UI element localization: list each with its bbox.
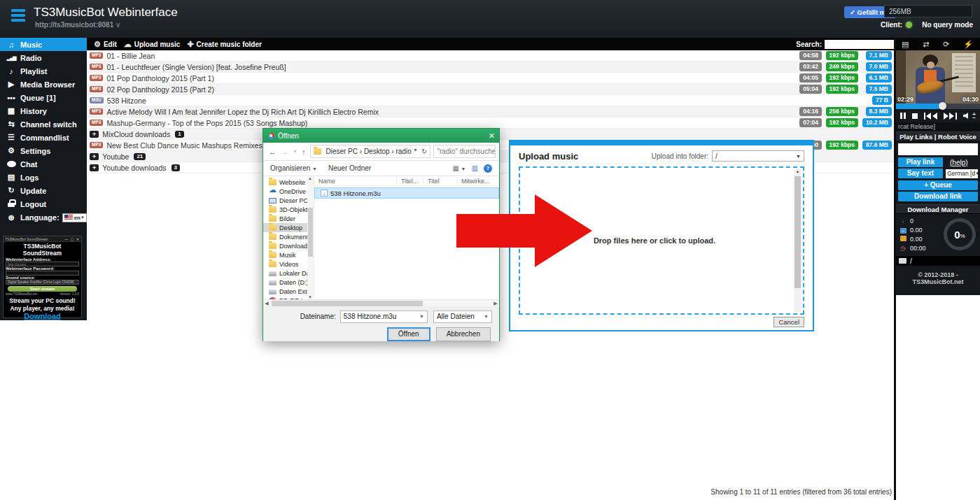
back-icon[interactable]: ← (269, 148, 276, 156)
language-select[interactable]: en ▼ (62, 213, 87, 222)
memory-input[interactable] (884, 5, 972, 17)
filename-input[interactable]: 538 Hitzone.m3u▼ (340, 310, 428, 323)
tree-scrollbar[interactable]: ▲▼ (307, 176, 314, 299)
create-music-folder-button[interactable]: ✚Create music folder (187, 40, 262, 49)
voice-language-select[interactable]: German [d▼ (946, 169, 978, 178)
abort-button[interactable]: Abbrechen (436, 327, 491, 341)
queue-list-icon[interactable]: ▤ (902, 40, 909, 49)
search-input[interactable] (825, 40, 895, 49)
add-queue-button[interactable]: + Queue (898, 180, 978, 190)
sidebar-item-radio[interactable]: ▂▄▆ Radio (0, 51, 87, 64)
tree-item-musik[interactable]: Musik (263, 250, 314, 259)
shuffle-icon[interactable]: ⇄ (923, 40, 929, 49)
volume-down[interactable]: − (972, 116, 976, 120)
lightning-icon[interactable]: ⚡ (963, 40, 973, 49)
column-header-mitwirke[interactable]: Mitwirke... (457, 176, 499, 185)
duration-badge: 04:05 (799, 73, 822, 82)
column-header-titel[interactable]: Titel... (397, 176, 424, 185)
horizontal-scrollbar[interactable]: ◀▶ (263, 299, 499, 306)
new-folder-button[interactable]: Neuer Ordner (328, 164, 371, 172)
volume-button[interactable]: +− (963, 113, 976, 120)
preview-pane-icon[interactable]: ▥ (472, 164, 478, 172)
seek-knob[interactable] (939, 102, 946, 110)
tree-item-daten-d[interactable]: Daten (D:) (263, 278, 314, 287)
soundstream-password-input[interactable] (6, 271, 79, 276)
breadcrumb[interactable]: Dieser PC › Desktop › radio ▼↻ (310, 145, 430, 158)
track-row[interactable]: MP3 02 Pop Danthology 2015 (Part 2) 05:0… (87, 84, 895, 95)
sidebar-item-channel-switch[interactable]: ⇆ Channel switch (0, 117, 87, 131)
track-type-badge: M3U (90, 97, 104, 103)
chevron-down-icon[interactable]: ▼ (413, 148, 418, 155)
sidebar-item-chat[interactable]: Chat (0, 157, 87, 171)
sidebar-item-history[interactable]: ▦ History (0, 104, 87, 117)
column-header-name[interactable]: Name (314, 176, 397, 185)
download-link[interactable]: Download (4, 312, 81, 320)
track-row[interactable]: MP3 01 - Billie Jean 04:58 192 kbps 7.1 … (87, 50, 895, 62)
sidebar-item-media-browser[interactable]: ▶ Media Browser (0, 78, 87, 91)
track-row[interactable]: M3U 538 Hitzone 77 B (87, 95, 895, 106)
edit-button[interactable]: ⚙Edit (94, 40, 117, 49)
tree-item-daten-externe-fe[interactable]: Daten Externe Fe (263, 287, 314, 296)
close-icon[interactable]: ✕ (489, 131, 495, 141)
sidebar-item-queue-1[interactable]: ••• Queue [1] (0, 91, 87, 104)
next-button[interactable] (944, 113, 957, 120)
tree-item-lokaler-datentr[interactable]: Lokaler Datenträ (263, 269, 314, 278)
menu-icon[interactable] (11, 9, 25, 22)
previous-button[interactable] (924, 113, 937, 120)
pause-button[interactable] (900, 113, 906, 119)
upload-folder-select[interactable]: / ▼ (712, 150, 804, 162)
view-options-icon[interactable]: ▦ ▼ (452, 164, 465, 172)
server-url[interactable]: http://ts3musicbot:8081 ∨ (35, 21, 120, 29)
open-button[interactable]: Öffnen (387, 327, 430, 341)
tree-item-bilder[interactable]: Bilder (263, 214, 314, 223)
refresh-icon[interactable]: ↻ (421, 148, 427, 155)
tree-item-dieser-pc[interactable]: Dieser PC (263, 196, 314, 205)
filetype-select[interactable]: Alle Dateien▼ (433, 310, 492, 323)
sidebar-item-settings[interactable]: ⚙ Settings (0, 144, 87, 157)
disk-icon (269, 290, 276, 294)
track-type-badge: MP3 (90, 108, 103, 115)
sidebar-item-logout[interactable]: Logout (0, 197, 87, 210)
forward-icon[interactable]: → (281, 148, 288, 156)
help-link[interactable]: (help) (950, 159, 968, 166)
tree-item-videos[interactable]: Videos (263, 259, 314, 269)
up-icon[interactable]: ↑ (302, 148, 306, 156)
play-link-button[interactable]: Play link (898, 157, 943, 167)
cancel-button[interactable]: Cancel (774, 317, 804, 327)
start-stream-button[interactable]: Start stream (8, 286, 77, 292)
dropzone-scrollbar[interactable]: ▲ (794, 169, 802, 312)
tree-item-3d-objekte[interactable]: 3D-Objekte (263, 205, 314, 214)
disk-icon (269, 280, 276, 285)
track-row[interactable]: MP3 Mashup-Germany - Top of the Pops 201… (87, 117, 895, 129)
sidebar-item-update[interactable]: ↻ Update (0, 184, 87, 197)
seek-bar[interactable] (896, 103, 980, 109)
track-row[interactable]: MP3 01 Pop Danthology 2015 (Part 1) 04:0… (87, 73, 895, 84)
tree-item-dokumente[interactable]: Dokumente (263, 232, 314, 241)
help-icon[interactable]: ? (484, 164, 492, 173)
download-link-button[interactable]: Download link (898, 192, 978, 201)
tree-item-onedrive[interactable]: OneDrive (263, 187, 314, 196)
sidebar-item-playlist[interactable]: ♪ Playlist (0, 64, 87, 78)
link-input[interactable] (898, 143, 978, 155)
tree-item-desktop[interactable]: Desktop (263, 223, 314, 232)
track-row[interactable]: MP3 01 - Leuchtfeuer (Single Version) [f… (87, 62, 895, 73)
track-row[interactable]: MP3 Active Melody Will I Am feat Jennife… (87, 106, 895, 117)
sidebar-item-logs[interactable]: ▤ Logs (0, 171, 87, 184)
column-header-titel[interactable]: Titel (424, 176, 457, 185)
folder-icon (269, 252, 276, 258)
tree-item-downloads[interactable]: Downloads (263, 241, 314, 250)
soundstream-address-input[interactable]: http://ip:port (6, 262, 79, 266)
stop-button[interactable] (912, 113, 918, 119)
dialog-search-box[interactable]: "radio" durchsuchen (433, 145, 496, 158)
repeat-icon[interactable]: ⟳ (943, 40, 949, 49)
history-dropdown-icon[interactable]: ▼ (293, 149, 298, 154)
organize-menu[interactable]: Organisieren ▼ (270, 164, 317, 172)
bitrate-badge: 192 kbps (826, 73, 858, 82)
tree-item-bd-re-laufwerk[interactable]: BD-RE-Laufwerk (263, 296, 314, 299)
soundstream-source-select[interactable]: Digital Speaker Amplifier (Cirrus Logic … (6, 280, 79, 285)
upload-music-button[interactable]: ☁Upload music (124, 40, 181, 49)
sidebar-item-music[interactable]: ♫ Music (0, 38, 87, 51)
sidebar-item-commandlist[interactable]: ☰ Commandlist (0, 131, 87, 144)
say-text-button[interactable]: Say text (898, 169, 943, 178)
video-thumbnail[interactable]: 02:29 04:30 (896, 50, 980, 103)
